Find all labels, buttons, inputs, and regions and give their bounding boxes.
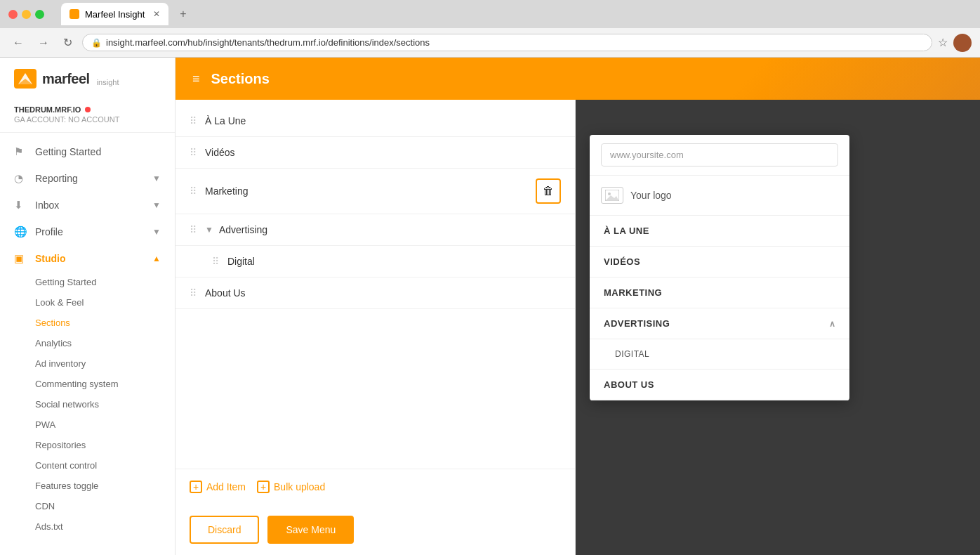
image-placeholder-icon bbox=[605, 190, 619, 201]
section-item-marketing[interactable]: ⠿ Marketing 🗑 bbox=[176, 169, 575, 214]
drag-handle-icon[interactable]: ⠿ bbox=[190, 224, 197, 235]
studio-sub-menu: Getting Started Look & Feel Sections Ana… bbox=[0, 272, 175, 537]
sidebar-item-ad-inventory[interactable]: Ad inventory bbox=[0, 353, 175, 374]
delete-marketing-button[interactable]: 🗑 bbox=[536, 178, 561, 204]
inbox-icon: ⬇ bbox=[14, 199, 28, 211]
refresh-button[interactable]: ↻ bbox=[59, 33, 77, 52]
window-controls bbox=[8, 10, 44, 19]
preview-nav-digital[interactable]: DIGITAL bbox=[590, 339, 849, 370]
svg-marker-5 bbox=[606, 195, 618, 200]
forward-button[interactable]: → bbox=[34, 34, 53, 52]
svg-point-4 bbox=[608, 192, 611, 195]
sidebar-item-sections[interactable]: Sections bbox=[0, 313, 175, 333]
sidebar-item-ads-txt[interactable]: Ads.txt bbox=[0, 516, 175, 537]
expand-advertising-icon[interactable]: ▼ bbox=[205, 225, 213, 235]
user-avatar-button[interactable] bbox=[953, 34, 972, 52]
section-label-a-la-une: À La Une bbox=[205, 115, 561, 126]
preview-logo-text: Your logo bbox=[630, 190, 672, 201]
maximize-window-button[interactable] bbox=[35, 10, 44, 19]
drag-handle-icon[interactable]: ⠿ bbox=[190, 147, 197, 158]
section-label-advertising: Advertising bbox=[219, 224, 561, 235]
section-item-videos[interactable]: ⠿ Vidéos bbox=[176, 137, 575, 169]
sidebar-item-pwa[interactable]: PWA bbox=[0, 414, 175, 435]
drag-handle-icon[interactable]: ⠿ bbox=[190, 115, 197, 126]
sidebar-item-studio[interactable]: ▣ Studio ▲ bbox=[0, 245, 175, 272]
tab-favicon bbox=[69, 9, 79, 19]
studio-icon: ▣ bbox=[14, 252, 28, 265]
preview-nav-marketing[interactable]: MARKETING bbox=[590, 278, 849, 308]
sidebar-item-getting-started[interactable]: ⚑ Getting Started bbox=[0, 138, 175, 165]
add-item-label: Add Item bbox=[206, 481, 246, 492]
close-window-button[interactable] bbox=[8, 10, 18, 19]
main-content: ≡ Sections ⠿ À La Une ⠿ bbox=[176, 58, 980, 555]
preview-nav-videos[interactable]: VIDÉOS bbox=[590, 247, 849, 278]
sidebar-item-reporting[interactable]: ◔ Reporting ▼ bbox=[0, 165, 175, 192]
logo-text: marfeel bbox=[42, 71, 90, 87]
add-icon: + bbox=[190, 481, 202, 493]
sidebar-item-look-feel[interactable]: Look & Feel bbox=[0, 292, 175, 313]
sidebar-item-profile[interactable]: 🌐 Profile ▼ bbox=[0, 218, 175, 245]
address-text: insight.marfeel.com/hub/insight/tenants/… bbox=[106, 37, 923, 48]
save-menu-button[interactable]: Save Menu bbox=[267, 516, 354, 544]
app-layout: marfeel insight THEDRUM.MRF.IO GA ACCOUN… bbox=[0, 58, 980, 555]
browser-tab[interactable]: Marfeel Insight ✕ bbox=[61, 3, 168, 25]
profile-expand-icon: ▼ bbox=[152, 227, 161, 237]
sections-panel: ⠿ À La Une ⠿ Vidéos ⠿ Marketing 🗑 bbox=[176, 100, 576, 555]
sidebar-item-commenting-system[interactable]: Commenting system bbox=[0, 374, 175, 394]
bookmark-button[interactable]: ☆ bbox=[938, 36, 948, 49]
tenant-account: GA ACCOUNT: NO ACCOUNT bbox=[14, 115, 161, 124]
section-item-a-la-une[interactable]: ⠿ À La Une bbox=[176, 105, 575, 137]
drag-handle-icon[interactable]: ⠿ bbox=[190, 287, 197, 299]
section-item-digital[interactable]: ⠿ Digital bbox=[176, 246, 575, 278]
sidebar-item-getting-started-sub[interactable]: Getting Started bbox=[0, 272, 175, 292]
action-buttons: Discard Save Menu bbox=[176, 504, 575, 555]
preview-nav-a-la-une[interactable]: À LA UNE bbox=[590, 216, 849, 247]
inbox-expand-icon: ▼ bbox=[152, 200, 161, 210]
section-item-about-us[interactable]: ⠿ About Us bbox=[176, 278, 575, 309]
hamburger-icon[interactable]: ≡ bbox=[192, 72, 200, 86]
tenant-name: THEDRUM.MRF.IO bbox=[14, 105, 161, 114]
discard-button[interactable]: Discard bbox=[190, 516, 259, 544]
profile-icon: 🌐 bbox=[14, 226, 28, 238]
sidebar-item-features-toggle[interactable]: Features toggle bbox=[0, 476, 175, 496]
marfeel-logo-icon bbox=[14, 69, 37, 89]
section-label-marketing: Marketing bbox=[205, 185, 536, 197]
section-list: ⠿ À La Une ⠿ Vidéos ⠿ Marketing 🗑 bbox=[176, 100, 575, 469]
sidebar-item-cdn[interactable]: CDN bbox=[0, 496, 175, 516]
sidebar-item-social-networks[interactable]: Social networks bbox=[0, 394, 175, 414]
header-decoration bbox=[769, 58, 980, 100]
add-item-button[interactable]: + Add Item bbox=[190, 481, 246, 493]
sidebar-item-content-control[interactable]: Content control bbox=[0, 455, 175, 476]
drag-handle-icon[interactable]: ⠿ bbox=[212, 256, 219, 267]
content-area: ⠿ À La Une ⠿ Vidéos ⠿ Marketing 🗑 bbox=[176, 100, 980, 555]
reporting-icon: ◔ bbox=[14, 172, 28, 185]
preview-area: Your logo À LA UNE VIDÉOS MARKETING bbox=[576, 100, 980, 555]
browser-toolbar: ← → ↻ 🔒 insight.marfeel.com/hub/insight/… bbox=[0, 28, 980, 58]
chevron-up-icon: ∧ bbox=[829, 319, 836, 329]
page-title: Sections bbox=[211, 71, 270, 87]
drag-handle-icon[interactable]: ⠿ bbox=[190, 185, 197, 197]
sidebar-item-label-reporting: Reporting bbox=[35, 173, 78, 184]
new-tab-button[interactable]: + bbox=[174, 8, 192, 20]
preview-nav-about-us[interactable]: ABOUT US bbox=[590, 370, 849, 400]
bulk-upload-button[interactable]: + Bulk upload bbox=[257, 481, 325, 493]
studio-expand-icon: ▲ bbox=[152, 254, 161, 263]
section-label-videos: Vidéos bbox=[205, 147, 561, 158]
tab-title: Marfeel Insight bbox=[85, 9, 145, 20]
sidebar-item-analytics[interactable]: Analytics bbox=[0, 333, 175, 353]
minimize-window-button[interactable] bbox=[22, 10, 31, 19]
preview-url-input[interactable] bbox=[601, 143, 838, 166]
section-item-advertising[interactable]: ⠿ ▼ Advertising bbox=[176, 214, 575, 246]
tab-close-button[interactable]: ✕ bbox=[153, 9, 160, 19]
sidebar-item-repositories[interactable]: Repositories bbox=[0, 435, 175, 455]
sidebar-item-inbox[interactable]: ⬇ Inbox ▼ bbox=[0, 192, 175, 218]
preview-nav-advertising[interactable]: ADVERTISING ∧ bbox=[590, 308, 849, 339]
tenant-info: THEDRUM.MRF.IO GA ACCOUNT: NO ACCOUNT bbox=[0, 100, 175, 133]
bulk-upload-icon: + bbox=[257, 481, 270, 493]
back-button[interactable]: ← bbox=[8, 34, 28, 52]
section-label-digital: Digital bbox=[227, 256, 561, 267]
sidebar-item-label-getting-started: Getting Started bbox=[35, 146, 101, 157]
address-bar[interactable]: 🔒 insight.marfeel.com/hub/insight/tenant… bbox=[82, 34, 932, 51]
preview-logo-area: Your logo bbox=[590, 176, 849, 216]
page-header: ≡ Sections bbox=[176, 58, 980, 100]
